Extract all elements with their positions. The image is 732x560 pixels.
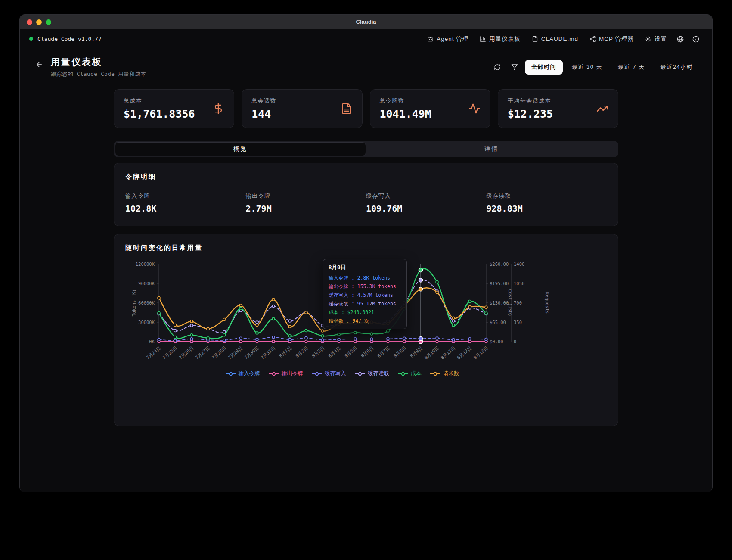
breakdown-label: 输出令牌 (246, 192, 366, 200)
view-tabs: 概览 详情 (114, 141, 618, 157)
svg-text:120000K: 120000K (136, 261, 155, 267)
svg-text:$65.00: $65.00 (490, 320, 506, 325)
chart-tooltip: 8月9日 输入令牌 : 2.8K tokens 输出令牌 : 155.3K to… (323, 259, 407, 329)
token-breakdown-panel: 令牌明细 输入令牌 102.8K 输出令牌 2.79M 缓存写入 109.76M (114, 163, 618, 226)
trending-up-icon (596, 103, 608, 115)
svg-text:90000K: 90000K (138, 281, 155, 286)
svg-text:7月27日: 7月27日 (194, 345, 211, 360)
stat-card-total-cost: 总成本 $1,761.8356 (114, 89, 234, 128)
svg-text:8月5日: 8月5日 (344, 345, 358, 358)
svg-text:8月4日: 8月4日 (327, 345, 341, 358)
legend-marker-icon (430, 372, 440, 376)
app-window: Claudia Claude Code v1.0.77 Agent 管理 (19, 14, 713, 492)
network-icon (589, 36, 596, 42)
legend-label: 缓存读取 (368, 370, 389, 377)
svg-text:8月13日: 8月13日 (472, 345, 489, 360)
tooltip-row-cache-read: 缓存读取 : 95.12M tokens (329, 301, 401, 307)
tab-details[interactable]: 详情 (366, 142, 617, 156)
svg-text:7月26日: 7月26日 (178, 345, 194, 360)
tooltip-row-input: 输入令牌 : 2.8K tokens (329, 275, 401, 281)
svg-text:Cost (USD): Cost (USD) (508, 289, 513, 316)
language-globe-button[interactable] (673, 32, 687, 46)
minimize-window-button[interactable] (36, 19, 42, 25)
nav-item-settings[interactable]: 设置 (640, 32, 672, 46)
nav-item-usage-dashboard[interactable]: 用量仪表板 (475, 32, 525, 46)
svg-text:7月29日: 7月29日 (227, 345, 243, 360)
stat-label: 总会话数 (251, 97, 276, 105)
breakdown-item-output: 输出令牌 2.79M (246, 192, 366, 214)
nav-item-mcp-manager[interactable]: MCP 管理器 (585, 32, 639, 46)
svg-text:8月9日: 8月9日 (409, 345, 423, 358)
time-range-7d[interactable]: 最近 7 天 (611, 60, 651, 75)
legend-label: 输出令牌 (282, 370, 303, 377)
svg-text:8月12日: 8月12日 (456, 345, 472, 360)
nav-item-label: 设置 (654, 35, 667, 43)
svg-text:8月10日: 8月10日 (423, 345, 440, 360)
svg-text:0: 0 (514, 339, 516, 344)
tooltip-row-requests: 请求数 : 947 次 (329, 318, 401, 324)
tab-overview[interactable]: 概览 (115, 142, 366, 156)
svg-text:8月2日: 8月2日 (295, 345, 309, 358)
arrow-left-icon (35, 61, 43, 68)
back-button[interactable] (33, 57, 46, 72)
chart-area: 0K$0.00030000K$65.0035060000K$130.007009… (125, 259, 607, 365)
app-version-label: Claude Code v1.0.77 (37, 36, 102, 42)
nav-item-label: CLAUDE.md (541, 36, 578, 42)
svg-text:$195.00: $195.00 (490, 281, 509, 286)
svg-text:$0.00: $0.00 (490, 339, 503, 344)
stat-value: 144 (251, 108, 276, 120)
token-breakdown-grid: 输入令牌 102.8K 输出令牌 2.79M 缓存写入 109.76M 缓存读取… (125, 192, 607, 216)
titlebar: Claudia (20, 15, 712, 29)
time-range-all[interactable]: 全部时间 (525, 60, 563, 75)
token-breakdown-title: 令牌明细 (125, 173, 607, 181)
time-range-24h[interactable]: 最近24小时 (654, 60, 699, 75)
legend-marker-icon (312, 372, 322, 376)
legend-label: 输入令牌 (239, 370, 260, 377)
legend-item: 请求数 (430, 370, 459, 377)
breakdown-value: 928.83M (487, 203, 607, 214)
svg-text:30000K: 30000K (138, 320, 155, 325)
svg-text:$130.00: $130.00 (490, 300, 509, 305)
breakdown-label: 缓存写入 (366, 192, 487, 200)
gear-icon (645, 36, 651, 42)
file-text-icon (532, 36, 538, 42)
navbar-status: Claude Code v1.0.77 (29, 36, 102, 42)
navbar-menu: Agent 管理 用量仪表板 CLAUDE.md (422, 32, 703, 46)
activity-icon (468, 103, 481, 115)
tooltip-row-output: 输出令牌 : 155.3K tokens (329, 283, 401, 290)
svg-text:7月31日: 7月31日 (260, 345, 276, 360)
breakdown-item-cache-write: 缓存写入 109.76M (366, 192, 487, 214)
stat-value: $12.235 (508, 108, 553, 120)
time-range-30d[interactable]: 最近 30 天 (565, 60, 609, 75)
breakdown-value: 109.76M (366, 203, 487, 214)
close-window-button[interactable] (27, 19, 32, 25)
stat-label: 总成本 (124, 97, 195, 105)
legend-marker-icon (355, 372, 365, 376)
stat-value: $1,761.8356 (124, 108, 195, 120)
page-title: 用量仪表板 (51, 56, 146, 68)
chart-legend: 输入令牌输出令牌缓存写入缓存读取成本请求数 (125, 370, 559, 377)
legend-marker-icon (269, 372, 279, 376)
status-dot (29, 37, 33, 41)
filter-button[interactable] (508, 60, 521, 74)
legend-item: 缓存写入 (312, 370, 346, 377)
breakdown-item-cache-read: 缓存读取 928.83M (487, 192, 607, 214)
legend-label: 成本 (411, 370, 422, 377)
svg-text:Requests: Requests (545, 292, 550, 314)
file-text-icon (341, 103, 353, 115)
legend-label: 请求数 (443, 370, 459, 377)
main-content: 总成本 $1,761.8356 总会话数 144 (114, 89, 618, 426)
traffic-lights (27, 15, 51, 29)
svg-text:8月8日: 8月8日 (393, 345, 407, 358)
svg-text:7月28日: 7月28日 (211, 345, 227, 360)
zoom-window-button[interactable] (46, 19, 51, 25)
nav-item-agents[interactable]: Agent 管理 (422, 32, 473, 46)
stat-card-total-tokens: 总令牌数 1041.49M (370, 89, 490, 128)
stat-card-avg-cost: 平均每会话成本 $12.235 (498, 89, 618, 128)
svg-text:8月11日: 8月11日 (440, 345, 456, 360)
refresh-button[interactable] (490, 60, 504, 74)
nav-item-claude-md[interactable]: CLAUDE.md (527, 33, 583, 45)
stat-card-total-sessions: 总会话数 144 (242, 89, 362, 128)
info-button[interactable] (689, 32, 703, 46)
svg-text:7月24日: 7月24日 (145, 345, 161, 360)
